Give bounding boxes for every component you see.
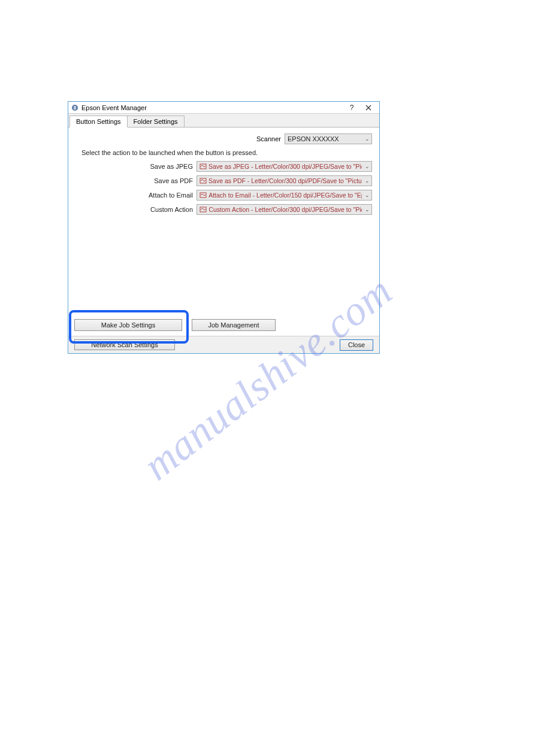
chevron-down-icon: ⌄: [365, 178, 370, 183]
dropdown-custom-action[interactable]: Custom Action - Letter/Color/300 dpi/JPE…: [197, 204, 372, 215]
row-save-as-pdf: Save as PDF Save as PDF - Letter/Color/3…: [75, 175, 372, 186]
dropdown-attach-to-email[interactable]: Attach to Email - Letter/Color/150 dpi/J…: [197, 190, 372, 201]
make-job-settings-button[interactable]: Make Job Settings: [74, 319, 182, 331]
app-icon: [71, 104, 79, 112]
job-management-button[interactable]: Job Management: [192, 319, 276, 331]
network-scan-settings-button[interactable]: Network Scan Settings: [74, 339, 175, 350]
close-button[interactable]: Close: [340, 339, 373, 351]
button-row: Make Job Settings Job Management: [68, 319, 379, 336]
label-save-as-jpeg: Save as JPEG: [77, 163, 197, 170]
tab-button-settings[interactable]: Button Settings: [69, 116, 128, 127]
window-footer: Network Scan Settings Close: [68, 336, 379, 353]
tab-folder-settings[interactable]: Folder Settings: [128, 116, 185, 127]
scanner-dropdown[interactable]: EPSON XXXXXX ⌄: [285, 133, 372, 144]
scan-icon: [200, 192, 207, 199]
dropdown-save-as-jpeg[interactable]: Save as JPEG - Letter/Color/300 dpi/JPEG…: [197, 161, 372, 172]
scan-icon: [200, 163, 207, 170]
chevron-down-icon: ⌄: [365, 163, 370, 168]
row-custom-action: Custom Action Custom Action - Letter/Col…: [75, 204, 372, 215]
tab-content: Scanner EPSON XXXXXX ⌄ Select the action…: [68, 127, 379, 336]
help-button[interactable]: ?: [343, 102, 360, 113]
close-window-button[interactable]: [360, 102, 377, 113]
label-custom-action: Custom Action: [77, 206, 197, 213]
scanner-value: EPSON XXXXXX: [288, 135, 339, 142]
label-save-as-pdf: Save as PDF: [77, 177, 197, 184]
chevron-down-icon: ⌄: [365, 136, 370, 141]
row-save-as-jpeg: Save as JPEG Save as JPEG - Letter/Color…: [75, 161, 372, 172]
value-save-as-pdf: Save as PDF - Letter/Color/300 dpi/PDF/S…: [208, 177, 362, 184]
window-title: Epson Event Manager: [81, 104, 343, 111]
event-manager-window: Epson Event Manager ? Button Settings Fo…: [68, 101, 380, 354]
label-attach-to-email: Attach to Email: [77, 192, 197, 199]
scanner-label: Scanner: [256, 135, 281, 142]
tab-bar: Button Settings Folder Settings: [68, 114, 379, 127]
row-attach-to-email: Attach to Email Attach to Email - Letter…: [75, 190, 372, 201]
dropdown-save-as-pdf[interactable]: Save as PDF - Letter/Color/300 dpi/PDF/S…: [197, 175, 372, 186]
value-save-as-jpeg: Save as JPEG - Letter/Color/300 dpi/JPEG…: [208, 163, 362, 170]
value-attach-to-email: Attach to Email - Letter/Color/150 dpi/J…: [208, 192, 362, 199]
chevron-down-icon: ⌄: [365, 192, 370, 197]
titlebar: Epson Event Manager ?: [68, 102, 379, 114]
value-custom-action: Custom Action - Letter/Color/300 dpi/JPE…: [208, 206, 362, 213]
chevron-down-icon: ⌄: [365, 207, 370, 211]
scan-icon: [200, 206, 207, 213]
instruction-text: Select the action to be launched when th…: [81, 149, 372, 156]
button-area: Make Job Settings Job Management: [68, 319, 379, 336]
svg-rect-1: [74, 106, 76, 110]
scan-icon: [200, 177, 207, 184]
scanner-row: Scanner EPSON XXXXXX ⌄: [75, 133, 372, 144]
